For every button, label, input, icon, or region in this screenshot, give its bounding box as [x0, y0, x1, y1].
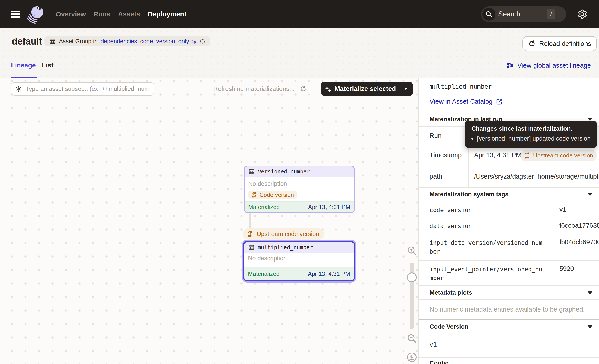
menu-icon[interactable] — [11, 11, 20, 17]
path-link[interactable]: /Users/sryza/dagster_home/storage/multip… — [474, 173, 599, 180]
badge-prefix: Asset Group in — [59, 38, 98, 45]
caret-down-icon — [587, 291, 593, 295]
asset-node-description: No description — [244, 253, 354, 262]
asset-node-header: versioned_number — [245, 166, 354, 177]
materialize-dropdown-toggle[interactable] — [398, 82, 413, 96]
code-version-value: v1 — [419, 334, 599, 357]
changed-version-icon — [523, 152, 531, 159]
asset-node-header: multiplied_number — [244, 242, 354, 253]
materialize-button-main[interactable]: Materialize selected — [321, 82, 398, 96]
nav-overview[interactable]: Overview — [56, 10, 86, 18]
asset-details-sidebar: multiplied_number View in Asset Catalog … — [419, 78, 599, 364]
sidebar-asset-name: multiplied_number — [430, 83, 492, 90]
section-config[interactable]: Config — [419, 357, 599, 364]
view-global-asset-lineage-link[interactable]: View global asset lineage — [506, 62, 591, 69]
asset-subset-placeholder: Type an asset subset... (ex: ++multiplie… — [26, 86, 150, 93]
code-version-badge: Code version — [248, 191, 298, 199]
zoom-slider[interactable] — [410, 262, 414, 329]
lineage-icon — [506, 62, 514, 69]
top-navbar: Overview Runs Assets Deployment Search..… — [0, 0, 599, 28]
changes-tooltip: Changes since last materialization: [ver… — [465, 121, 597, 148]
system-tag-row: input_event_pointer/versioned_number 592… — [419, 260, 599, 286]
timestamp-value: Apr 13, 4:31 PM — [474, 151, 521, 159]
caret-down-icon — [587, 193, 593, 196]
asset-group-file-link[interactable]: dependencies_code_version_only.py — [101, 38, 196, 45]
search-shortcut-key: / — [547, 9, 555, 19]
refresh-status: Refreshing materializations... — [213, 82, 307, 95]
zoom-slider-handle[interactable] — [407, 272, 417, 282]
caret-down-icon — [587, 118, 593, 121]
metadata-plots-empty-text: No numeric metadata entries available to… — [419, 299, 599, 319]
search-input[interactable]: Search... / — [481, 6, 566, 22]
caret-down-icon — [587, 325, 593, 329]
table-icon — [49, 38, 56, 45]
asset-node-status-bar: Materialized Apr 13, 4:31 PM — [245, 201, 354, 212]
gear-icon[interactable] — [576, 8, 588, 20]
edge-upstream-code-version-badge: Upstream code version — [243, 228, 324, 240]
asset-node-multiplied-number[interactable]: multiplied_number No description Materia… — [243, 241, 355, 281]
asset-subset-input[interactable]: Type an asset subset... (ex: ++multiplie… — [11, 82, 154, 95]
nav-deployment[interactable]: Deployment — [148, 10, 186, 18]
zoom-controls — [404, 244, 419, 363]
system-tag-row: data_version f6ccba177638 — [419, 217, 599, 234]
asset-group-badge: Asset Group in dependencies_code_version… — [44, 36, 210, 46]
upstream-code-version-badge: Upstream code version — [520, 150, 597, 161]
section-materialization-system-tags[interactable]: Materialization system tags — [419, 187, 599, 201]
sparkles-icon — [324, 85, 332, 93]
nav-runs[interactable]: Runs — [93, 10, 110, 18]
zoom-out-icon[interactable] — [406, 332, 418, 344]
section-code-version[interactable]: Code Version — [419, 319, 599, 334]
op-selector-icon — [15, 85, 22, 93]
external-link-icon — [496, 98, 503, 105]
materialize-selected-button: Materialize selected — [321, 82, 413, 96]
reload-definitions-button[interactable]: Reload definitions — [522, 36, 597, 51]
primary-nav: Overview Runs Assets Deployment — [56, 10, 186, 18]
section-metadata-plots[interactable]: Metadata plots — [419, 286, 599, 299]
table-icon — [248, 168, 255, 175]
nav-assets[interactable]: Assets — [118, 10, 140, 18]
tab-lineage[interactable]: Lineage — [11, 53, 36, 78]
search-icon — [483, 8, 495, 21]
asset-node-status-bar: Materialized Apr 13, 4:31 PM — [244, 267, 354, 280]
changed-version-icon — [247, 230, 254, 238]
materialized-status: Materialized — [248, 204, 280, 211]
view-in-asset-catalog-link[interactable]: View in Asset Catalog — [430, 98, 503, 105]
reload-icon — [528, 40, 536, 47]
search-placeholder: Search... — [498, 10, 526, 18]
tabs-bar: Lineage List View global asset lineage — [0, 53, 599, 78]
download-view-icon[interactable] — [406, 351, 418, 363]
table-icon — [248, 244, 255, 251]
asset-node-versioned-number[interactable]: versioned_number No description Code ver… — [244, 165, 355, 213]
bullet-icon — [471, 138, 474, 140]
page-header: default Asset Group in dependencies_code… — [0, 28, 599, 78]
timestamp-row: Timestamp Apr 13, 4:31 PM Upstream code … — [419, 146, 599, 167]
materialized-time: Apr 13, 4:31 PM — [308, 270, 350, 277]
zoom-in-icon[interactable] — [406, 244, 418, 257]
asset-graph-canvas[interactable]: Type an asset subset... (ex: ++multiplie… — [0, 78, 419, 364]
dagster-logo[interactable] — [27, 5, 45, 24]
caret-down-icon — [403, 86, 409, 92]
refresh-icon[interactable] — [300, 85, 307, 93]
page-title: default — [12, 36, 42, 47]
materialized-status: Materialized — [248, 270, 280, 277]
system-tag-row: code_version v1 — [419, 201, 599, 217]
path-row: path /Users/sryza/dagster_home/storage/m… — [419, 167, 599, 187]
materialized-time: Apr 13, 4:31 PM — [308, 204, 350, 211]
changed-version-icon — [250, 191, 257, 198]
asset-node-description: No description — [245, 177, 354, 187]
system-tag-row: input_data_version/versioned_number fb04… — [419, 234, 599, 260]
refresh-icon[interactable] — [199, 38, 206, 44]
tab-list[interactable]: List — [42, 53, 53, 78]
